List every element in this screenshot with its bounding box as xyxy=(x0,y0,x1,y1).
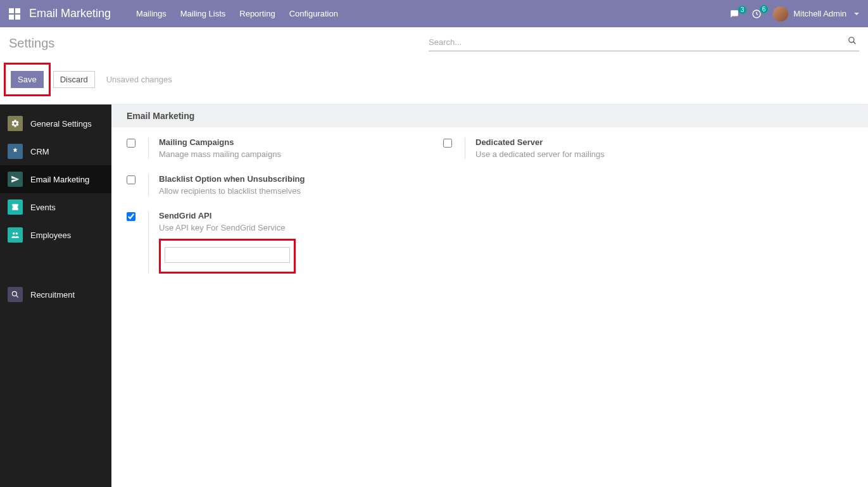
svg-line-2 xyxy=(853,42,856,44)
mailing-campaigns-checkbox[interactable] xyxy=(127,139,135,148)
sidebar-item-recruitment[interactable]: Recruitment xyxy=(0,281,111,308)
messages-button[interactable]: 3 xyxy=(729,9,740,18)
dedicated-server-checkbox[interactable] xyxy=(443,139,452,148)
avatar xyxy=(773,6,788,22)
sidebar-item-crm[interactable]: CRM xyxy=(0,137,111,165)
setting-desc: Manage mass mailing campaigns xyxy=(159,149,281,159)
setting-desc: Allow recipients to blacklist themselves xyxy=(159,186,305,196)
sidebar-item-events[interactable]: Events xyxy=(0,193,111,221)
top-nav: Email Marketing Mailings Mailing Lists R… xyxy=(0,0,868,27)
ticket-icon xyxy=(8,199,23,215)
blacklist-checkbox[interactable] xyxy=(127,175,135,184)
setting-label: Mailing Campaigns xyxy=(159,137,281,147)
setting-desc: Use a dedicated server for mailings xyxy=(475,149,605,159)
user-menu[interactable]: Mitchell Admin xyxy=(773,6,859,22)
sendgrid-input-highlight xyxy=(159,239,296,274)
setting-blacklist: Blacklist Option when Unsubscribing Allo… xyxy=(127,174,405,196)
sendgrid-api-key-input[interactable] xyxy=(165,247,290,263)
handshake-icon xyxy=(8,144,23,159)
menu-mailings[interactable]: Mailings xyxy=(136,9,167,18)
save-button[interactable]: Save xyxy=(11,71,44,88)
setting-desc: Use API key For SendGrid Service xyxy=(159,223,296,232)
setting-dedicated-server: Dedicated Server Use a dedicated server … xyxy=(443,137,722,159)
menu-reporting[interactable]: Reporting xyxy=(239,9,275,18)
sidebar-item-label: Recruitment xyxy=(30,290,75,300)
activities-button[interactable]: 6 xyxy=(752,9,762,19)
menu-mailing-lists[interactable]: Mailing Lists xyxy=(180,9,226,18)
sendgrid-checkbox[interactable] xyxy=(127,212,135,221)
svg-point-4 xyxy=(16,232,18,235)
apps-icon[interactable] xyxy=(9,8,20,20)
svg-point-1 xyxy=(849,37,854,42)
setting-sendgrid: SendGrid API Use API key For SendGrid Se… xyxy=(127,211,405,274)
sidebar-item-label: CRM xyxy=(30,147,49,156)
control-panel: Settings Save Discard Unsaved changes xyxy=(0,27,868,104)
discard-button[interactable]: Discard xyxy=(53,71,95,88)
page-title: Settings xyxy=(9,34,54,51)
setting-label: SendGrid API xyxy=(159,211,296,220)
setting-label: Blacklist Option when Unsubscribing xyxy=(159,174,305,184)
search-icon[interactable] xyxy=(848,36,857,45)
save-highlight: Save xyxy=(4,63,51,96)
sidebar-item-email-marketing[interactable]: Email Marketing xyxy=(0,165,111,193)
section-header: Email Marketing xyxy=(111,104,868,127)
magnify-user-icon xyxy=(8,287,23,302)
sidebar-item-employees[interactable]: Employees xyxy=(0,221,111,249)
users-icon xyxy=(8,227,23,243)
paper-plane-icon xyxy=(8,172,23,187)
top-menu: Mailings Mailing Lists Reporting Configu… xyxy=(136,9,338,18)
svg-point-3 xyxy=(13,232,15,235)
setting-label: Dedicated Server xyxy=(475,137,605,147)
status-text: Unsaved changes xyxy=(106,75,172,84)
user-name-label: Mitchell Admin xyxy=(793,9,846,18)
sidebar-item-label: Events xyxy=(30,203,56,212)
activities-badge: 6 xyxy=(760,5,769,13)
search-wrap xyxy=(429,34,859,51)
sidebar-item-label: Email Marketing xyxy=(30,175,89,184)
app-brand[interactable]: Email Marketing xyxy=(29,7,111,20)
messages-badge: 3 xyxy=(738,6,747,14)
settings-sidebar: General Settings CRM Email Marketing Eve… xyxy=(0,104,111,487)
menu-configuration[interactable]: Configuration xyxy=(289,9,338,18)
svg-line-6 xyxy=(16,295,18,298)
search-input[interactable] xyxy=(429,34,859,51)
gear-icon xyxy=(8,116,23,131)
chevron-down-icon xyxy=(854,13,859,15)
settings-content: Email Marketing Mailing Campaigns Manage… xyxy=(111,104,868,487)
sidebar-item-label: Employees xyxy=(30,231,71,240)
sidebar-item-label: General Settings xyxy=(30,119,92,129)
setting-mailing-campaigns: Mailing Campaigns Manage mass mailing ca… xyxy=(127,137,405,159)
sidebar-item-general-settings[interactable]: General Settings xyxy=(0,110,111,137)
